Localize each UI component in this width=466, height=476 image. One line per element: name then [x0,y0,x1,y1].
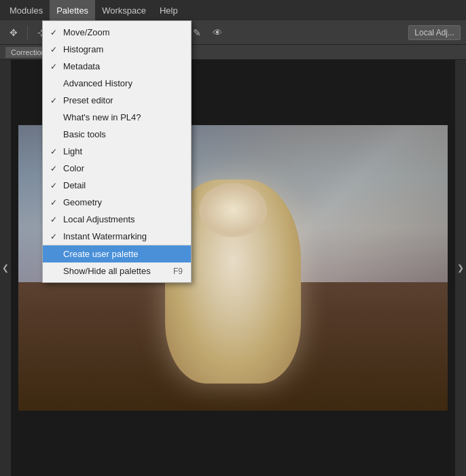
menu-option-detail[interactable]: ✓ Detail [43,177,191,194]
label-histogram: Histogram [63,44,103,54]
check-move-zoom: ✓ [48,28,59,37]
label-detail: Detail [63,180,86,190]
label-preset-editor: Preset editor [63,95,113,105]
right-arrow[interactable]: ❯ [455,60,466,476]
label-show-hide-palettes: Show/Hide all palettes [63,266,151,276]
menu-modules[interactable]: Modules [3,0,50,20]
menu-option-show-hide-palettes[interactable]: Show/Hide all palettes F9 [43,262,191,279]
menu-option-local-adjustments[interactable]: ✓ Local Adjustments [43,211,191,228]
menu-option-move-zoom[interactable]: ✓ Move/Zoom [43,24,191,41]
menu-option-metadata[interactable]: ✓ Metadata [43,58,191,75]
menu-option-geometry[interactable]: ✓ Geometry [43,194,191,211]
menu-option-light[interactable]: ✓ Light [43,143,191,160]
label-advanced-history: Advanced History [63,78,132,88]
menu-bar: Modules Palettes Workspace Help [0,0,466,20]
label-instant-watermarking: Instant Watermarking [63,231,147,241]
check-metadata: ✓ [48,62,59,71]
check-geometry: ✓ [48,198,59,207]
local-adj-button[interactable]: Local Adj... [408,25,461,40]
check-detail: ✓ [48,181,59,190]
check-instant-watermarking: ✓ [48,232,59,241]
left-arrow[interactable]: ❮ [0,60,11,476]
label-metadata: Metadata [63,61,100,71]
menu-option-instant-watermarking[interactable]: ✓ Instant Watermarking [43,228,191,245]
menu-option-whats-new[interactable]: What's new in PL4? [43,109,191,126]
menu-option-create-user-palette[interactable]: Create user palette [43,245,191,262]
label-color: Color [63,163,84,173]
check-histogram: ✓ [48,45,59,54]
menu-workspace[interactable]: Workspace [95,0,153,20]
check-color: ✓ [48,164,59,173]
check-light: ✓ [48,147,59,156]
menu-help[interactable]: Help [153,0,185,20]
label-light: Light [63,146,82,156]
palettes-dropdown: ✓ Move/Zoom ✓ Histogram ✓ Metadata Advan… [42,20,192,283]
label-move-zoom: Move/Zoom [63,27,110,37]
menu-palettes[interactable]: Palettes [50,0,95,20]
eye-icon[interactable]: 👁 [209,24,226,41]
menu-option-advanced-history[interactable]: Advanced History [43,75,191,92]
label-geometry: Geometry [63,197,102,207]
check-preset-editor: ✓ [48,96,59,105]
menu-option-basic-tools[interactable]: Basic tools [43,126,191,143]
label-whats-new: What's new in PL4? [63,112,141,122]
menu-option-preset-editor[interactable]: ✓ Preset editor [43,92,191,109]
menu-option-histogram[interactable]: ✓ Histogram [43,41,191,58]
separator-1 [27,26,28,39]
move-icon[interactable]: ✥ [5,24,22,41]
check-local-adjustments: ✓ [48,215,59,224]
label-create-user-palette: Create user palette [63,249,139,259]
shortcut-show-hide-palettes: F9 [173,267,183,276]
label-basic-tools: Basic tools [63,129,106,139]
label-local-adjustments: Local Adjustments [63,214,135,224]
menu-option-color[interactable]: ✓ Color [43,160,191,177]
